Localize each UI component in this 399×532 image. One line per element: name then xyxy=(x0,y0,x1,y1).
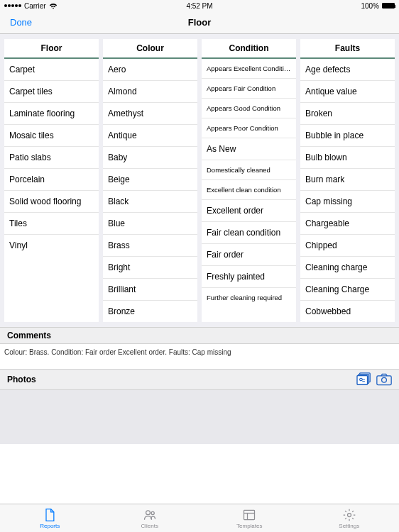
gallery-icon[interactable] xyxy=(356,372,372,387)
list-item[interactable]: Tiles xyxy=(4,213,99,235)
list-item[interactable]: Solid wood flooring xyxy=(4,191,99,213)
list-item[interactable]: Domestically cleaned xyxy=(202,160,296,180)
list-item[interactable]: As New xyxy=(202,138,296,160)
column-floor: FloorCarpetCarpet tilesLaminate flooring… xyxy=(4,39,99,322)
list-item[interactable]: Bright xyxy=(103,257,197,279)
list-item[interactable]: Baby xyxy=(103,147,197,169)
done-button[interactable]: Done xyxy=(0,17,32,28)
list-item[interactable]: Antique value xyxy=(300,81,395,103)
tab-label: Templates xyxy=(236,523,262,529)
status-time: 4:52 PM xyxy=(186,2,212,10)
tab-bar: ReportsClientsTemplatesSettings xyxy=(0,504,399,532)
list-item[interactable]: Vinyl xyxy=(4,235,99,256)
svg-point-7 xyxy=(151,511,154,514)
list-item[interactable]: Antique xyxy=(103,125,197,147)
column-colour: ColourAeroAlmondAmethystAntiqueBabyBeige… xyxy=(103,39,197,322)
list-item[interactable]: Appears Excellent Condition xyxy=(202,59,296,79)
list-item[interactable]: Appears Good Condition xyxy=(202,99,296,118)
svg-point-11 xyxy=(347,513,351,516)
list-item[interactable]: Brass xyxy=(103,235,197,257)
list-item[interactable]: Freshly painted xyxy=(202,266,296,288)
list-item[interactable]: Excellent clean condition xyxy=(202,180,296,200)
battery-percent: 100% xyxy=(361,2,379,10)
carrier-label: Carrier xyxy=(24,2,46,10)
battery-icon xyxy=(382,3,395,9)
list-item[interactable]: Aero xyxy=(103,59,197,81)
list-item[interactable]: Mosaic tiles xyxy=(4,125,99,147)
svg-point-5 xyxy=(382,377,387,382)
list-item[interactable]: Cobwebbed xyxy=(300,301,395,322)
list-item[interactable]: Amethyst xyxy=(103,103,197,125)
column-header: Floor xyxy=(4,39,99,59)
list-item[interactable]: Carpet xyxy=(4,59,99,81)
list-item[interactable]: Broken xyxy=(300,103,395,125)
svg-rect-4 xyxy=(377,376,391,385)
camera-icon[interactable] xyxy=(376,372,392,387)
list-item[interactable]: Cleaning charge xyxy=(300,257,395,279)
list-item[interactable]: Further cleaning required xyxy=(202,288,296,307)
list-item[interactable]: Bubble in place xyxy=(300,125,395,147)
photos-title: Photos xyxy=(7,375,36,384)
tab-reports[interactable]: Reports xyxy=(0,504,100,532)
list-item[interactable]: Porcelain xyxy=(4,169,99,191)
list-item[interactable]: Patio slabs xyxy=(4,147,99,169)
tab-label: Reports xyxy=(40,523,60,529)
photo-strip[interactable] xyxy=(0,390,399,444)
list-item[interactable]: Laminate flooring xyxy=(4,103,99,125)
tab-label: Clients xyxy=(141,523,158,529)
list-item[interactable]: Cap missing xyxy=(300,191,395,213)
tab-settings[interactable]: Settings xyxy=(300,504,400,532)
list-item[interactable]: Appears Fair Condition xyxy=(202,79,296,99)
photos-header: Photos xyxy=(0,369,399,390)
svg-point-6 xyxy=(146,510,150,514)
list-item[interactable]: Fair clean condition xyxy=(202,222,296,244)
list-item[interactable]: Black xyxy=(103,191,197,213)
status-bar: Carrier 4:52 PM 100% xyxy=(0,0,399,11)
comments-header: Comments xyxy=(0,327,399,344)
category-columns: FloorCarpetCarpet tilesLaminate flooring… xyxy=(0,34,399,327)
list-item[interactable]: Bronze xyxy=(103,301,197,322)
list-item[interactable]: Bulb blown xyxy=(300,147,395,169)
list-item[interactable]: Brilliant xyxy=(103,279,197,301)
page-title: Floor xyxy=(188,17,212,28)
column-header: Condition xyxy=(202,39,296,59)
tab-label: Settings xyxy=(339,523,359,529)
list-item[interactable]: Blue xyxy=(103,213,197,235)
column-faults: FaultsAge defectsAntique valueBrokenBubb… xyxy=(300,39,395,322)
list-item[interactable]: Chipped xyxy=(300,235,395,257)
tab-templates[interactable]: Templates xyxy=(200,504,300,532)
list-item[interactable]: Excellent order xyxy=(202,200,296,222)
column-header: Colour xyxy=(103,39,197,59)
list-item[interactable]: Appears Poor Condition xyxy=(202,118,296,138)
column-header: Faults xyxy=(300,39,395,59)
signal-icon xyxy=(4,4,21,7)
list-item[interactable]: Carpet tiles xyxy=(4,81,99,103)
wifi-icon xyxy=(49,3,58,9)
svg-rect-8 xyxy=(244,510,255,519)
list-item[interactable]: Almond xyxy=(103,81,197,103)
list-item[interactable]: Cleaning Charge xyxy=(300,279,395,301)
navigation-bar: Done Floor xyxy=(0,11,399,34)
list-item[interactable]: Fair order xyxy=(202,244,296,266)
list-item[interactable]: Burn mark xyxy=(300,169,395,191)
list-item[interactable]: Age defects xyxy=(300,59,395,81)
tab-clients[interactable]: Clients xyxy=(100,504,200,532)
column-condition: ConditionAppears Excellent ConditionAppe… xyxy=(202,39,296,322)
comments-text[interactable]: Colour: Brass. Condition: Fair order Exc… xyxy=(0,344,399,369)
list-item[interactable]: Chargeable xyxy=(300,213,395,235)
list-item[interactable]: Beige xyxy=(103,169,197,191)
